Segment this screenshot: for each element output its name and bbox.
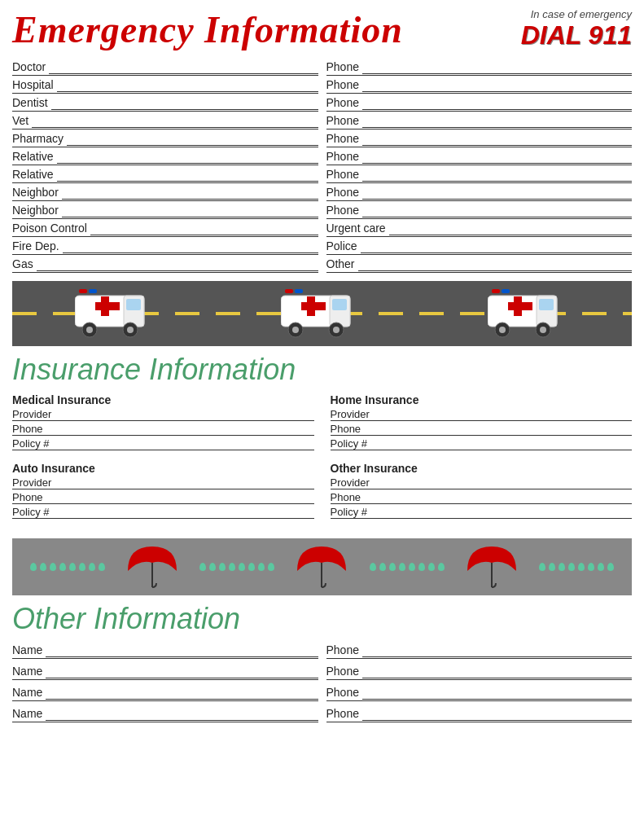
pharmacy-input[interactable] bbox=[67, 131, 318, 146]
svg-point-30 bbox=[499, 327, 506, 333]
other-policy-field: Policy # bbox=[331, 506, 633, 519]
other-field-3: Name Phone bbox=[12, 685, 632, 703]
other-phone-input[interactable] bbox=[364, 491, 632, 503]
insurance-grid: Medical Insurance Provider Phone Policy … bbox=[12, 393, 632, 530]
other-policy-input[interactable] bbox=[370, 506, 632, 518]
urgent-care-input[interactable] bbox=[389, 221, 632, 235]
field-fire-dep: Fire Dep. bbox=[12, 239, 318, 255]
svg-rect-6 bbox=[126, 299, 141, 310]
field-hospital: Hospital bbox=[12, 77, 318, 94]
home-insurance-block: Home Insurance Provider Phone Policy # bbox=[331, 393, 633, 452]
other-provider-input[interactable] bbox=[373, 476, 632, 489]
dentist-input[interactable] bbox=[51, 95, 318, 110]
phone-doctor-input[interactable] bbox=[362, 59, 632, 74]
doctor-input[interactable] bbox=[49, 59, 318, 74]
home-provider-input[interactable] bbox=[373, 408, 632, 420]
name-3-field: Name bbox=[12, 685, 318, 701]
medical-phone-field: Phone bbox=[12, 423, 314, 436]
emergency-left-col: Doctor Hospital Dentist Vet Pharmacy Rel… bbox=[12, 59, 318, 274]
auto-policy-field: Policy # bbox=[12, 506, 314, 519]
hospital-input[interactable] bbox=[57, 77, 318, 92]
auto-insurance-block: Auto Insurance Provider Phone Policy # bbox=[12, 462, 314, 520]
drops-4 bbox=[539, 563, 614, 571]
umbrella-icon-1 bbox=[124, 542, 181, 591]
svg-rect-23 bbox=[502, 289, 510, 293]
name-1-field: Name bbox=[12, 643, 318, 659]
field-phone-relative-2: Phone bbox=[326, 167, 633, 183]
insurance-section-title: Insurance Information bbox=[12, 353, 632, 387]
field-phone-doctor: Phone bbox=[326, 59, 633, 76]
medical-policy-input[interactable] bbox=[53, 437, 314, 450]
other-section: Name Phone Name Phone Name Phone Name bbox=[12, 643, 632, 724]
field-phone-relative-1: Phone bbox=[326, 149, 633, 165]
svg-rect-16 bbox=[307, 296, 315, 316]
medical-phone-input[interactable] bbox=[46, 423, 314, 435]
phone-relative-1-input[interactable] bbox=[362, 149, 632, 164]
poison-control-input[interactable] bbox=[90, 221, 318, 235]
phone-neighbor-2-input[interactable] bbox=[362, 203, 632, 217]
phone-other-2-field: Phone bbox=[326, 664, 633, 680]
svg-rect-11 bbox=[285, 289, 293, 293]
auto-phone-input[interactable] bbox=[46, 491, 314, 503]
medical-provider-field: Provider bbox=[12, 408, 314, 421]
medical-provider-input[interactable] bbox=[55, 408, 313, 420]
fire-dep-input[interactable] bbox=[63, 239, 318, 253]
phone-other-4-input[interactable] bbox=[362, 706, 632, 721]
name-2-field: Name bbox=[12, 664, 318, 680]
phone-dentist-input[interactable] bbox=[362, 95, 632, 110]
name-4-input[interactable] bbox=[46, 706, 318, 721]
svg-rect-17 bbox=[332, 299, 347, 310]
phone-other-1-input[interactable] bbox=[362, 643, 632, 657]
home-insurance-title: Home Insurance bbox=[331, 393, 633, 406]
phone-other-2-input[interactable] bbox=[362, 664, 632, 678]
auto-phone-field: Phone bbox=[12, 491, 314, 504]
phone-vet-input[interactable] bbox=[362, 113, 632, 128]
police-input[interactable] bbox=[361, 239, 632, 253]
phone-neighbor-1-input[interactable] bbox=[362, 185, 632, 200]
neighbor-2-input[interactable] bbox=[62, 203, 318, 217]
home-provider-field: Provider bbox=[331, 408, 633, 421]
dial-911-text: DIAL 911 bbox=[521, 20, 632, 50]
field-poison-control: Poison Control bbox=[12, 221, 318, 237]
umbrella-strip bbox=[12, 538, 632, 595]
field-neighbor-1: Neighbor bbox=[12, 185, 318, 201]
svg-point-10 bbox=[127, 327, 134, 333]
svg-rect-12 bbox=[295, 289, 303, 293]
phone-relative-2-input[interactable] bbox=[362, 167, 632, 182]
svg-point-19 bbox=[292, 327, 299, 333]
field-phone-vet: Phone bbox=[326, 113, 633, 129]
name-1-input[interactable] bbox=[46, 643, 318, 657]
phone-other-3-input[interactable] bbox=[362, 685, 632, 700]
svg-rect-5 bbox=[101, 296, 109, 316]
home-policy-input[interactable] bbox=[370, 437, 632, 450]
drops-1 bbox=[30, 563, 105, 571]
relative-2-input[interactable] bbox=[57, 167, 318, 182]
svg-rect-27 bbox=[514, 296, 522, 316]
other-input[interactable] bbox=[358, 257, 632, 271]
field-dentist: Dentist bbox=[12, 95, 318, 112]
ambulances bbox=[12, 288, 632, 340]
field-phone-neighbor-2: Phone bbox=[326, 203, 633, 219]
umbrella-content bbox=[12, 542, 632, 591]
auto-insurance-title: Auto Insurance bbox=[12, 462, 314, 475]
home-phone-input[interactable] bbox=[364, 423, 632, 435]
auto-policy-input[interactable] bbox=[53, 506, 314, 518]
name-3-input[interactable] bbox=[46, 685, 318, 700]
phone-pharmacy-input[interactable] bbox=[362, 131, 632, 146]
relative-1-input[interactable] bbox=[57, 149, 318, 164]
vet-input[interactable] bbox=[32, 113, 318, 128]
field-phone-neighbor-1: Phone bbox=[326, 185, 633, 201]
name-2-input[interactable] bbox=[46, 664, 318, 678]
gas-input[interactable] bbox=[37, 257, 318, 271]
field-police: Police bbox=[326, 239, 633, 255]
other-section-title: Other Information bbox=[12, 602, 632, 636]
other-field-2: Name Phone bbox=[12, 664, 632, 682]
svg-rect-22 bbox=[492, 289, 500, 293]
other-phone-field: Phone bbox=[331, 491, 633, 504]
field-relative-2: Relative bbox=[12, 167, 318, 183]
field-doctor: Doctor bbox=[12, 59, 318, 76]
phone-hospital-input[interactable] bbox=[362, 77, 632, 92]
field-other: Other bbox=[326, 257, 633, 273]
auto-provider-input[interactable] bbox=[55, 476, 313, 489]
neighbor-1-input[interactable] bbox=[62, 185, 318, 200]
